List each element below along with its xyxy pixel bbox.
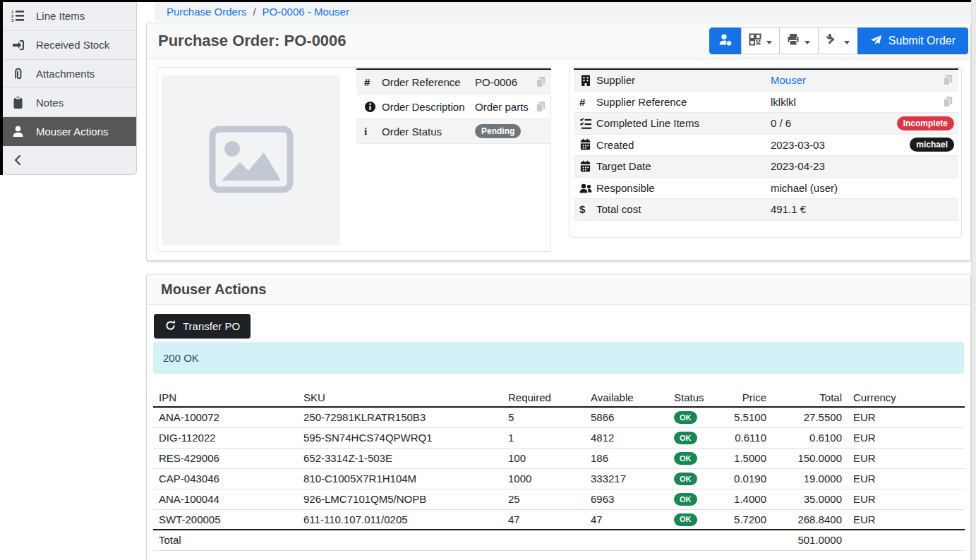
cell-required: 1 <box>502 427 585 448</box>
cell-required: 5 <box>502 407 585 427</box>
caret-down-icon <box>844 35 850 47</box>
building-icon <box>574 74 596 87</box>
user-permissions-button[interactable] <box>709 28 742 54</box>
clipboard-icon <box>10 96 25 109</box>
detail-value: Order parts <box>475 101 535 113</box>
cell-available: 333217 <box>585 468 668 489</box>
sidebar-item-attachments[interactable]: Attachments <box>3 60 136 89</box>
col-header-ipn: IPN <box>153 388 298 407</box>
user-badge: michael <box>910 138 954 152</box>
cell-sku: 810-C1005X7R1H104M <box>298 468 502 489</box>
breadcrumb: Purchase Orders / PO-0006 - Mouser <box>155 2 971 21</box>
caret-down-icon <box>766 35 772 47</box>
purchase-order-panel: Purchase Order: PO-0006 Submit Order <box>146 23 971 261</box>
sidebar-item-line-items[interactable]: Line Items <box>3 2 136 31</box>
copy-icon[interactable] <box>535 76 547 88</box>
page-scrollbar[interactable] <box>971 0 976 560</box>
breadcrumb-link-purchase-orders[interactable]: Purchase Orders <box>167 6 246 18</box>
wrench-icon <box>826 33 839 49</box>
sidebar-item-label: Attachments <box>36 68 95 80</box>
breadcrumb-separator: / <box>253 6 255 18</box>
paperclip-icon <box>10 67 25 80</box>
cell-ipn: SWT-200005 <box>153 509 298 530</box>
detail-value: michael (user) <box>771 182 958 194</box>
cell-price: 0.6110 <box>711 427 772 448</box>
cell-status: OK <box>668 468 711 489</box>
order-actions-menu-button[interactable] <box>818 28 858 54</box>
cell-sku: 250-72981KLRATR150B3 <box>298 407 502 427</box>
cell-currency: EUR <box>848 427 965 448</box>
detail-row-order-status: i Order Status Pending <box>356 119 551 144</box>
detail-row-order-description: Order Description Order parts <box>356 95 551 119</box>
cell-currency: EUR <box>848 448 965 468</box>
cell-currency: EUR <box>848 407 965 427</box>
detail-value: PO-0006 <box>475 76 535 88</box>
detail-row-supplier-reference: # Supplier Reference lklklkl <box>574 92 958 114</box>
detail-row-created: Created 2023-03-03 michael <box>574 135 958 157</box>
user-shield-icon <box>718 33 733 49</box>
transfer-po-button[interactable]: Transfer PO <box>154 314 251 339</box>
cell-available: 6963 <box>585 489 668 509</box>
dollar-icon: $ <box>574 203 596 215</box>
mouser-actions-panel-header: Mouser Actions <box>147 274 970 305</box>
cell-required: 47 <box>502 509 585 530</box>
sidebar-item-notes[interactable]: Notes <box>3 88 136 117</box>
cell-required: 25 <box>502 489 585 509</box>
purchase-order-panel-header: Purchase Order: PO-0006 Submit Order <box>147 23 970 59</box>
cell-ipn: CAP-043046 <box>153 468 298 489</box>
cell-total: 0.6100 <box>772 427 848 448</box>
detail-value: 2023-03-03 <box>771 139 910 151</box>
parts-table-body: ANA-100072 250-72981KLRATR150B3 5 5866 O… <box>153 407 965 530</box>
col-header-price: Price <box>711 388 772 407</box>
sidebar-item-label: Line Items <box>36 10 85 22</box>
ok-badge: OK <box>674 411 697 424</box>
chevron-left-icon <box>10 154 25 166</box>
submit-order-label: Submit Order <box>888 35 956 47</box>
detail-label: Order Description <box>382 101 475 113</box>
supplier-link[interactable]: Mouser <box>771 74 806 86</box>
cell-sku: 926-LMC7101QM5/NOPB <box>298 489 502 509</box>
cell-price: 5.7200 <box>711 509 772 530</box>
detail-label: Completed Line Items <box>596 117 771 129</box>
sidebar-item-received-stock[interactable]: Received Stock <box>3 31 136 60</box>
detail-value: Mouser <box>771 74 942 86</box>
list-ol-icon <box>10 9 25 23</box>
mouser-actions-panel-body: Transfer PO 200 OK IPN SKU Required Avai… <box>147 305 970 551</box>
copy-icon[interactable] <box>942 96 954 108</box>
cell-currency: EUR <box>848 489 965 509</box>
detail-row-total-cost: $ Total cost 491.1 € <box>574 199 958 221</box>
sidebar-item-label: Notes <box>36 97 64 109</box>
hash-icon: # <box>574 96 596 108</box>
cell-available: 186 <box>585 448 668 468</box>
detail-label: Target Date <box>596 160 771 172</box>
cell-total: 35.0000 <box>772 489 848 509</box>
col-header-currency: Currency <box>848 388 965 407</box>
supplier-details-table: Supplier Mouser # Supplier Reference lkl… <box>574 68 958 221</box>
cell-currency: EUR <box>848 468 965 489</box>
sidebar-item-mouser-actions[interactable]: Mouser Actions <box>3 117 136 146</box>
cell-status: OK <box>668 448 711 468</box>
parts-table: IPN SKU Required Available Status Price … <box>153 388 965 551</box>
col-header-sku: SKU <box>298 388 502 407</box>
printer-icon <box>787 33 800 49</box>
ok-badge: OK <box>674 432 697 444</box>
breadcrumb-link-current[interactable]: PO-0006 - Mouser <box>263 6 349 18</box>
barcode-menu-button[interactable] <box>741 28 780 54</box>
copy-icon[interactable] <box>535 101 547 113</box>
detail-row-completed-line-items: Completed Line Items 0 / 6 Incomplete <box>574 113 958 135</box>
copy-icon[interactable] <box>942 74 954 86</box>
parts-table-row: RES-429006 652-3314Z-1-503E 100 186 OK 1… <box>153 448 965 468</box>
status-alert: 200 OK <box>153 342 964 374</box>
calendar-icon <box>574 160 596 173</box>
sidebar-item-label: Mouser Actions <box>36 126 109 138</box>
detail-row-supplier: Supplier Mouser <box>574 70 958 92</box>
users-icon <box>574 182 596 193</box>
cell-available: 47 <box>585 509 668 530</box>
order-details-table: # Order Reference PO-0006 Order Descript… <box>356 68 551 144</box>
submit-order-button[interactable]: Submit Order <box>857 28 968 54</box>
sidebar-collapse-button[interactable] <box>3 146 136 174</box>
print-menu-button[interactable] <box>779 28 819 54</box>
cell-price: 5.5100 <box>711 407 772 427</box>
cell-total: 27.5500 <box>772 407 848 427</box>
sidebar-item-label: Received Stock <box>36 39 109 51</box>
